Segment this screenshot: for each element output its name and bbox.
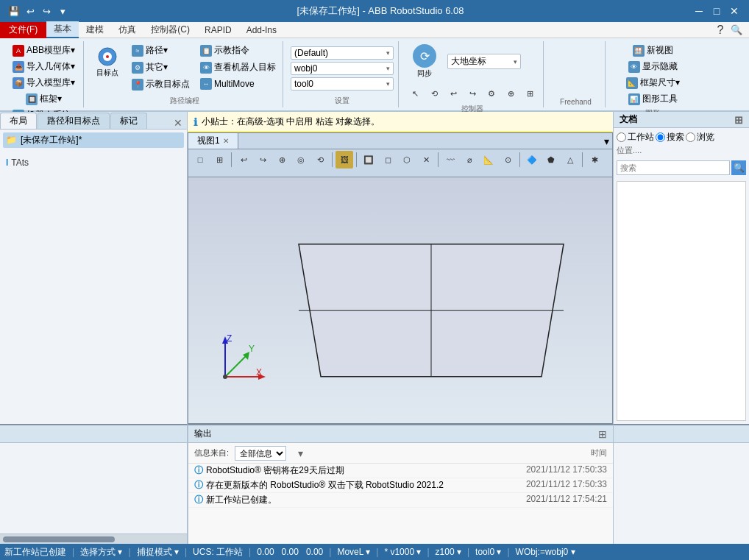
tab-marks[interactable]: 标记 [110,113,147,129]
lp-scrollbar[interactable] [0,534,187,544]
output-expand-btn[interactable]: ⊞ [598,428,607,440]
svg-text:Z: Z [227,333,232,344]
vp-wave-btn[interactable]: 〰 [441,151,459,169]
output-header: 输出 ⊞ [188,425,613,443]
search-help-button[interactable]: 🔍 [730,24,743,37]
tool-btn[interactable]: tool0 ▾ [475,547,501,557]
tab-layout[interactable]: 布局 [0,113,37,129]
group-build-station: A ABB模型库▾ 📥 导入几何体▾ 📦 导入模型库▾ 🔲 框架▾ 🤖 [4,41,84,107]
vp-diamond-btn[interactable]: 🔷 [523,151,541,169]
teach-instruction-button[interactable]: 📋 示教指令 [196,43,280,58]
output-title: 输出 [194,428,212,440]
viewport-tab-bar: 视图1 ✕ ▾ [188,133,612,149]
viewport-tab-close-btn[interactable]: ✕ [223,137,229,145]
vp-fit2-btn[interactable]: ⟲ [311,151,329,169]
right-panel-expand-btn[interactable]: ⊞ [734,114,743,126]
undo-button[interactable]: ↩ [24,4,37,18]
wobj-dropdown[interactable]: wobj0 ▾ [291,62,394,75]
vp-zoom-btn[interactable]: ⊕ [273,151,291,169]
freehand-btn-3[interactable]: ↩ [444,85,462,102]
freehand-btn-7[interactable]: ⊞ [521,85,539,102]
view-robot-target-button[interactable]: 👁 查看机器人目标 [196,60,280,75]
tool-dropdown[interactable]: tool0 ▾ [291,77,394,91]
menu-rapid[interactable]: RAPID [197,24,239,37]
frame-size-button[interactable]: 📐 框架尺寸▾ [622,75,684,91]
vp-ruler-btn[interactable]: 📐 [480,151,497,169]
menu-simulation[interactable]: 仿真 [111,22,143,38]
maximize-button[interactable]: □ [709,4,724,18]
frame-button[interactable]: 🔲 框架▾ [22,91,65,107]
svg-text:Y: Y [249,344,255,354]
freehand-btn-5[interactable]: ⚙ [483,85,500,102]
menu-basic[interactable]: 基本 [46,21,79,38]
save-button[interactable]: 💾 [7,4,21,18]
move-mode-btn[interactable]: MoveL ▾ [337,547,370,557]
vp-pan-btn[interactable]: ↪ [254,151,271,169]
show-hide-button[interactable]: 👁 显示隐藏 [625,59,681,74]
vp-polygon-btn[interactable]: ⬟ [542,151,560,169]
file-menu[interactable]: 文件(F) [0,22,46,38]
graphics-tool-button[interactable]: 📊 图形工具 [625,91,681,107]
search-button[interactable]: 🔍 [731,160,746,175]
menu-modeling[interactable]: 建模 [79,22,111,38]
path-button[interactable]: ≈ 路径▾ [128,43,194,58]
filter-dropdown-btn[interactable]: ▾ [298,447,303,459]
import-library-button[interactable]: 📦 导入模型库▾ [9,75,79,91]
zone-btn[interactable]: z100 ▾ [436,547,461,557]
vp-select-btn[interactable]: □ [191,151,209,169]
vp-rotate-btn[interactable]: ↩ [235,151,252,169]
window-title: [未保存工作站] - ABB RobotStudio 6.08 [69,4,692,18]
search-input[interactable] [617,160,730,175]
freehand-btn-4[interactable]: ↪ [464,85,481,102]
vp-target-btn[interactable]: ⊙ [499,151,517,169]
vp-solid-btn[interactable]: ◻ [379,151,397,169]
sync-button[interactable]: ⟳ 同步 [406,43,443,80]
radio-browse[interactable]: 浏览 [686,131,714,143]
abb-library-button[interactable]: A ABB模型库▾ [9,43,79,58]
vp-circle-btn[interactable]: ⌀ [461,151,478,169]
viewport-maximize-btn[interactable]: ▾ [604,135,612,147]
target-point-button[interactable]: 目标点 [90,43,125,79]
coord-dropdown[interactable]: 大地坐标 ▾ [447,54,521,69]
location-link[interactable]: 位置.... [614,143,749,157]
radio-workstation[interactable]: 工作站 [617,131,654,143]
freehand-btn-6[interactable]: ⊕ [502,85,519,102]
menu-controller[interactable]: 控制器(C) [143,22,197,38]
freehand-btn-2[interactable]: ⟲ [425,85,443,102]
viewport-tab-view1[interactable]: 视图1 ✕ [188,133,238,149]
vp-triangle-btn[interactable]: △ [561,151,579,169]
vp-image-btn[interactable]: 🖼 [336,151,353,169]
vp-fit-btn[interactable]: ◎ [292,151,310,169]
right-panel-content-area [617,181,746,421]
wobj-btn[interactable]: WObj:=wobj0 ▾ [516,547,575,557]
vp-cross-btn[interactable]: ✕ [417,151,435,169]
vp-hex-btn[interactable]: ⬡ [398,151,416,169]
left-panel-close-btn[interactable]: ✕ [169,117,187,129]
teach-target-button[interactable]: 📍 示教目标点 [128,77,194,92]
other-button[interactable]: ⚙ 其它▾ [128,60,194,75]
snap-mode-btn[interactable]: 捕捉模式 ▾ [137,546,179,559]
close-button[interactable]: ✕ [727,4,742,18]
radio-search[interactable]: 搜索 [656,131,684,143]
show-hide-icon: 👁 [628,61,640,73]
tree-item-workspace[interactable]: 📁 [未保存工作站]* [3,132,184,148]
customize-qat-button[interactable]: ▾ [56,4,69,18]
import-geometry-button[interactable]: 📥 导入几何体▾ [9,59,79,74]
help-button[interactable]: ? [714,24,727,37]
freehand-btn-1[interactable]: ↖ [406,85,424,102]
redo-button[interactable]: ↪ [40,4,53,18]
default-dropdown[interactable]: (Default) ▾ [291,46,394,60]
tab-paths[interactable]: 路径和目标点 [38,113,110,129]
canvas-area[interactable]: Z X Y [188,177,612,423]
minimize-button[interactable]: ─ [692,4,706,18]
new-view-button[interactable]: 🪟 新视图 [629,43,677,58]
vp-star-btn[interactable]: ✱ [586,151,603,169]
multimove-button[interactable]: ↔ MultiMove [196,77,280,91]
speed-btn[interactable]: * v1000 ▾ [384,547,421,557]
scrollbar-thumb[interactable] [3,536,115,542]
vp-wireframe-btn[interactable]: 🔲 [360,151,377,169]
vp-select2-btn[interactable]: ⊞ [210,151,228,169]
menu-addins[interactable]: Add-Ins [239,24,284,37]
filter-select[interactable]: 全部信息 控制器 仿真 [235,446,286,461]
select-mode-btn[interactable]: 选择方式 ▾ [80,546,122,559]
